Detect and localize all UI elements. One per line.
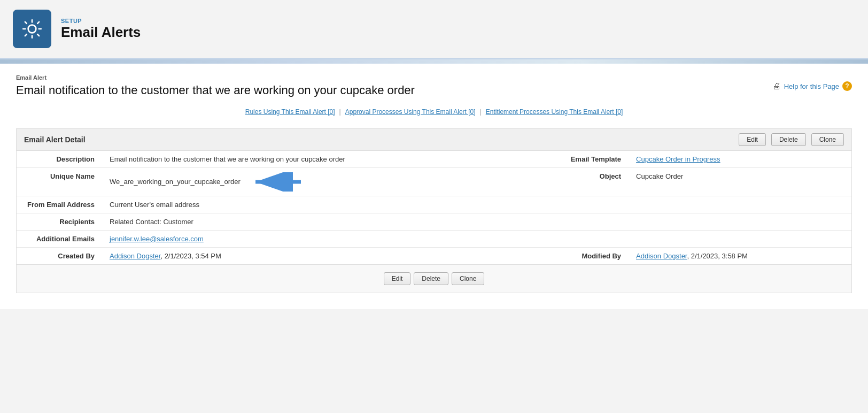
- modified-by-link[interactable]: Addison Dogster: [636, 252, 687, 260]
- help-label[interactable]: Help for this Page: [784, 82, 839, 90]
- page-title: Email Alerts: [61, 24, 141, 41]
- entitlement-link[interactable]: Entitlement Processes Using This Email A…: [486, 108, 623, 116]
- additional-email-link[interactable]: jennifer.w.lee@salesforce.com: [110, 235, 204, 243]
- recipients-value: Related Contact: Customer: [102, 213, 851, 230]
- modified-by-date: , 2/1/2023, 3:58 PM: [687, 252, 747, 260]
- nav-links: Rules Using This Email Alert [0] | Appro…: [16, 108, 852, 116]
- header-text: SETUP Email Alerts: [61, 18, 141, 41]
- unique-name-text: We_are_working_on_your_cupcake_order: [110, 178, 241, 186]
- email-template-link[interactable]: Cupcake Order in Progress: [636, 155, 720, 163]
- blue-arrow-icon: [250, 172, 304, 192]
- clone-button-top[interactable]: Clone: [811, 133, 844, 146]
- delete-button-bottom[interactable]: Delete: [414, 272, 448, 285]
- detail-header: Email Alert Detail Edit Delete Clone: [17, 129, 851, 151]
- help-area[interactable]: 🖨 Help for this Page ?: [772, 81, 852, 91]
- email-template-label: Email Template: [543, 151, 629, 168]
- main-content: 🖨 Help for this Page ? Email Alert Email…: [0, 64, 868, 309]
- recipients-label: Recipients: [17, 213, 102, 230]
- edit-button-top[interactable]: Edit: [739, 133, 766, 146]
- page-header: SETUP Email Alerts: [0, 0, 868, 59]
- separator-1: |: [339, 108, 341, 116]
- detail-section-title: Email Alert Detail: [24, 135, 733, 144]
- breadcrumb-label: Email Alert: [16, 74, 852, 81]
- approval-link[interactable]: Approval Processes Using This Email Aler…: [345, 108, 476, 116]
- created-by-link[interactable]: Addison Dogster: [110, 252, 160, 260]
- created-by-label: Created By: [17, 247, 102, 264]
- print-icon[interactable]: 🖨: [772, 81, 781, 91]
- description-value: Email notification to the customer that …: [102, 151, 543, 168]
- help-question-icon[interactable]: ?: [842, 81, 852, 91]
- table-row: Created By Addison Dogster, 2/1/2023, 3:…: [17, 247, 851, 264]
- table-row: Additional Emails jennifer.w.lee@salesfo…: [17, 230, 851, 247]
- table-row: Recipients Related Contact: Customer: [17, 213, 851, 230]
- table-row: Unique Name We_are_working_on_your_cupca…: [17, 167, 851, 196]
- description-label: Description: [17, 151, 102, 168]
- rules-link[interactable]: Rules Using This Email Alert [0]: [245, 108, 335, 116]
- email-template-value: Cupcake Order in Progress: [629, 151, 851, 168]
- table-row: From Email Address Current User's email …: [17, 196, 851, 213]
- from-email-label: From Email Address: [17, 196, 102, 213]
- svg-point-0: [28, 25, 36, 33]
- bottom-buttons: Edit Delete Clone: [17, 264, 851, 293]
- decorative-band: [0, 59, 868, 64]
- clone-button-bottom[interactable]: Clone: [452, 272, 484, 285]
- modified-by-label: Modified By: [543, 247, 629, 264]
- additional-emails-value: jennifer.w.lee@salesforce.com: [102, 230, 851, 247]
- setup-icon: [13, 10, 51, 48]
- detail-section: Email Alert Detail Edit Delete Clone Des…: [16, 128, 852, 293]
- edit-button-bottom[interactable]: Edit: [384, 272, 411, 285]
- delete-button-top[interactable]: Delete: [771, 133, 806, 146]
- setup-label: SETUP: [61, 18, 141, 24]
- detail-table: Description Email notification to the cu…: [17, 151, 851, 264]
- object-value: Cupcake Order: [629, 167, 851, 196]
- table-row: Description Email notification to the cu…: [17, 151, 851, 168]
- created-by-value: Addison Dogster, 2/1/2023, 3:54 PM: [102, 247, 543, 264]
- unique-name-label: Unique Name: [17, 167, 102, 196]
- page-heading: Email notification to the customer that …: [16, 83, 417, 98]
- modified-by-value: Addison Dogster, 2/1/2023, 3:58 PM: [629, 247, 851, 264]
- unique-name-value: We_are_working_on_your_cupcake_order: [102, 167, 543, 196]
- created-by-date: , 2/1/2023, 3:54 PM: [160, 252, 221, 260]
- from-email-value: Current User's email address: [102, 196, 851, 213]
- object-label: Object: [543, 167, 629, 196]
- separator-2: |: [480, 108, 482, 116]
- additional-emails-label: Additional Emails: [17, 230, 102, 247]
